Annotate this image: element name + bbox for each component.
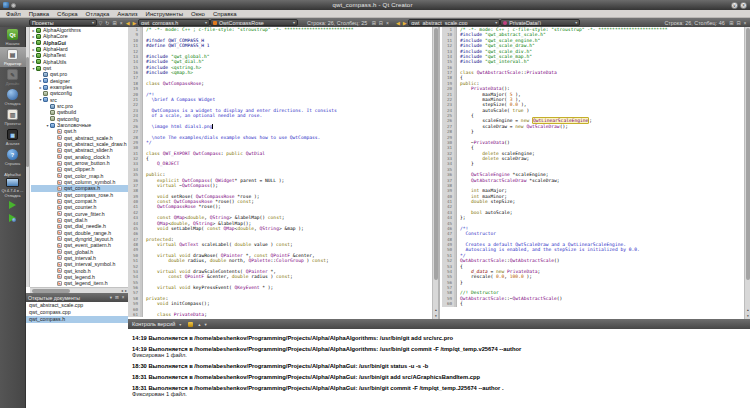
right-cursor-position: Строка: 26, Столбец: 46: [661, 20, 727, 26]
tree-item-label: qwt_event_pattern.h: [64, 242, 111, 248]
code-line[interactable]: 61 class PrivateData;: [128, 312, 438, 317]
tree-item-label: AlphaTest: [43, 52, 66, 58]
shade-window-button[interactable]: ∨: [731, 2, 738, 9]
chevron-down-icon: ▾: [572, 20, 577, 25]
mode-label: Начало: [6, 41, 20, 46]
mode-button-Начало[interactable]: QtНачало: [0, 27, 26, 47]
analyze-mode-icon: ▦: [7, 129, 18, 140]
code-line[interactable]: 60{: [442, 301, 750, 306]
scroll-thumb[interactable]: [32, 289, 70, 293]
code-text: virtual ~QwtCompass();: [143, 183, 218, 188]
left-open-file-select[interactable]: qwt_compass.h▾: [138, 19, 210, 26]
header-icon: h: [57, 274, 62, 279]
open-document-item[interactable]: qwt_abstract_scale.cpp: [26, 302, 128, 309]
vcs-log-entry: 18:31 Выполняется в /home/abeshenkov/Pro…: [132, 374, 750, 380]
filter-icon[interactable]: ▽: [97, 20, 104, 26]
scroll-thumb[interactable]: [434, 28, 438, 280]
go-back-icon[interactable]: ◀: [124, 20, 131, 26]
right-close-document-icon[interactable]: ×: [742, 20, 748, 26]
tree-item-label: AlphaHard: [43, 46, 68, 52]
mode-button-Дизайн[interactable]: ✎Дизайн: [0, 67, 26, 87]
tree-item-label: qwt_compass_rose.h: [64, 192, 113, 198]
mode-button-Проекты[interactable]: ▥Проекты: [0, 107, 26, 127]
scroll-thumb[interactable]: [26, 57, 29, 167]
run-button[interactable]: [9, 201, 16, 209]
left-split-editor-icon[interactable]: ⊞: [370, 20, 377, 26]
menu-Файл[interactable]: Файл: [2, 11, 25, 17]
right-go-back-icon[interactable]: ◀: [394, 20, 401, 26]
vcs-command-line: 18:30 Выполняется в /home/abeshenkov/Pro…: [132, 363, 750, 369]
left-split-side-icon[interactable]: ⊟: [377, 20, 384, 26]
mode-selector-sidebar: QtНачало▤Редактор✎ДизайнОтладка▥Проекты▦…: [0, 27, 26, 408]
kit-selector[interactable]: AlphaGui Qt 4.7.4 в ... Отладка: [2, 172, 24, 198]
code-text: Q_OBJECT: [143, 161, 179, 166]
code-text: virtual void keyPressEvent( QKeyEvent * …: [143, 285, 273, 290]
left-editor-scrollbar[interactable]: ▴ ▾: [432, 27, 438, 319]
target-monitor-icon: [6, 178, 19, 187]
header-icon: h: [57, 167, 62, 172]
project-icon: [36, 28, 41, 33]
menu-Сборка[interactable]: Сборка: [53, 11, 82, 17]
mode-button-Отладка[interactable]: Отладка: [0, 87, 26, 107]
menu-Отладка[interactable]: Отладка: [82, 11, 114, 17]
right-editor-scrollbar[interactable]: ▴ ▾: [744, 27, 750, 319]
right-symbol-select[interactable]: PrivateData()▾: [500, 19, 580, 26]
tree-item-label: designer: [50, 78, 70, 84]
open-document-item[interactable]: qwt_compass.h: [26, 316, 128, 323]
sync-with-editor-icon[interactable]: ↻: [104, 20, 111, 26]
code-text: rescale( 0.0, 100.0 );: [457, 274, 532, 279]
right-open-file-select[interactable]: qwt_abstract_scale.cpp▾: [408, 19, 500, 26]
tree-item[interactable]: hqwt_legend_item.h: [31, 280, 128, 286]
projects-mode-icon: ▥: [7, 109, 18, 120]
next-item-icon[interactable]: ▾: [203, 322, 209, 327]
header-icon: h: [57, 230, 62, 235]
header-icon: h: [57, 268, 62, 273]
pane-menu-icon[interactable]: ▾: [175, 322, 185, 327]
mode-label: Отладка: [5, 101, 21, 106]
tree-item-label: qwt_column_symbol.h: [64, 179, 115, 185]
left-symbol-name: QwtCompassRose: [219, 20, 264, 26]
pri-icon: [50, 110, 55, 115]
header-icon: h: [57, 135, 62, 140]
left-symbol-select[interactable]: QwtCompassRose▾: [210, 19, 298, 26]
output-pane-header: Контроль версий ▾ ▴ ▾: [128, 319, 750, 329]
right-split-side-icon[interactable]: ⊟: [735, 20, 742, 26]
menu-Инструменты[interactable]: Инструменты: [142, 11, 187, 17]
go-forward-icon[interactable]: ▶: [131, 20, 138, 26]
tree-item-label: Заголовочные: [57, 122, 91, 128]
mode-button-Анализ[interactable]: ▦Анализ: [0, 127, 26, 147]
tree-item-label: qwt_compass.h: [64, 185, 100, 191]
split-pane-icon[interactable]: ⊞: [111, 20, 118, 26]
editor-left[interactable]: 1/* -*- mode: C++ ; c-file-style: "strou…: [128, 27, 440, 319]
menu-Анализ[interactable]: Анализ: [113, 11, 141, 17]
sidebar-pane-select[interactable]: Проекты▾: [29, 19, 97, 26]
mode-button-Редактор[interactable]: ▤Редактор: [0, 47, 26, 67]
debug-mode-icon: [7, 89, 18, 100]
tree-vertical-scrollbar[interactable]: [26, 27, 30, 287]
code-text: class QWT_EXPORT QwtCompass: public QwtD…: [143, 151, 265, 156]
debug-button[interactable]: [9, 214, 16, 222]
open-document-item[interactable]: qwt_compass.cpp: [26, 309, 128, 316]
vcs-log-entry: 18:30 Выполняется в /home/abeshenkov/Pro…: [132, 363, 750, 369]
code-text: void initCompass();: [143, 301, 210, 306]
close-pane-icon[interactable]: ×: [120, 295, 126, 300]
menu-Справка[interactable]: Справка: [209, 11, 241, 17]
right-split-editor-icon[interactable]: ⊞: [728, 20, 735, 26]
editor-right[interactable]: 1/* -*- mode: C++ ; c-file-style: "strou…: [442, 27, 750, 319]
menu-Правка[interactable]: Правка: [25, 11, 53, 17]
split-pane-icon[interactable]: ⊞: [114, 295, 121, 300]
tree-item-label: src.pro: [57, 103, 73, 109]
project-icon: [36, 66, 41, 71]
vcs-result-line: Фиксирован 1 файл.: [132, 352, 750, 358]
clear-output-icon[interactable]: [188, 322, 193, 327]
sidebar-pane-label: Проекты: [32, 20, 54, 26]
scroll-thumb[interactable]: [746, 28, 750, 280]
build-config-label: Отладка: [5, 193, 21, 198]
right-go-forward-icon[interactable]: ▶: [401, 20, 408, 26]
mode-button-Справка[interactable]: ?Справка: [0, 147, 26, 167]
left-close-document-icon[interactable]: ×: [385, 20, 391, 26]
chevron-down-icon: ▾: [290, 20, 295, 25]
menu-Окно[interactable]: Окно: [187, 11, 209, 17]
tree-item-label: qwt.h: [64, 128, 76, 134]
close-window-button[interactable]: ×: [740, 2, 747, 9]
